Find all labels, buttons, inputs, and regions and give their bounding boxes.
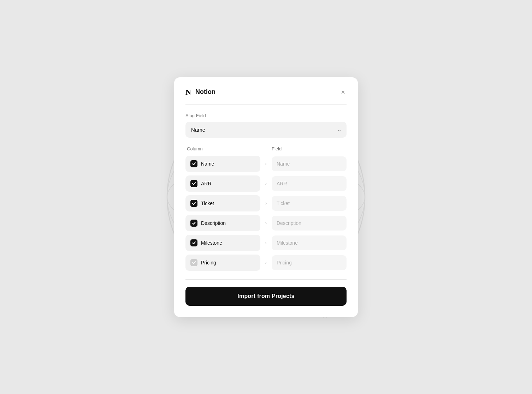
column-cell-text: Name — [201, 161, 214, 167]
field-cell[interactable]: Description — [272, 216, 347, 231]
column-cell[interactable]: ARR — [185, 175, 260, 192]
column-cell[interactable]: Ticket — [185, 195, 260, 211]
mapping-row: ARR › ARR — [185, 175, 347, 192]
column-cell-text: Milestone — [201, 240, 222, 246]
header-divider — [185, 104, 347, 105]
import-button[interactable]: Import from Projects — [185, 287, 347, 306]
field-cell[interactable]: Name — [272, 156, 347, 171]
field-cell-text: Pricing — [277, 260, 292, 265]
column-cell[interactable]: Name — [185, 156, 260, 172]
mapping-row: Ticket › Ticket — [185, 195, 347, 211]
field-cell-text: Description — [277, 220, 301, 226]
field-cell[interactable]: Pricing — [272, 255, 347, 270]
arrow-icon: › — [260, 220, 272, 226]
field-cell[interactable]: Ticket — [272, 196, 347, 211]
checkbox-icon[interactable] — [190, 200, 197, 207]
slug-field-label: Slug Field — [185, 113, 347, 118]
footer-divider — [185, 279, 347, 280]
slug-field-select-wrapper: Name ARR Ticket Description Milestone Pr… — [185, 122, 347, 138]
slug-field-select[interactable]: Name ARR Ticket Description Milestone Pr… — [185, 122, 347, 138]
column-cell-text: Ticket — [201, 201, 214, 206]
column-cell[interactable]: Pricing — [185, 255, 260, 271]
checkbox-icon[interactable] — [190, 160, 197, 167]
column-cell-text: Description — [201, 220, 226, 226]
field-header: Field — [272, 146, 345, 151]
mapping-row: Name › Name — [185, 156, 347, 172]
column-cell[interactable]: Description — [185, 215, 260, 231]
notion-import-modal: N Notion × Slug Field Name ARR Ticket De… — [174, 77, 358, 317]
modal-title: Notion — [195, 88, 215, 96]
modal-title-group: N Notion — [185, 88, 215, 97]
arrow-icon: › — [260, 181, 272, 186]
checkbox-icon[interactable] — [190, 259, 197, 266]
arrow-icon: › — [260, 240, 272, 245]
field-cell-text: ARR — [277, 181, 287, 186]
column-cell-text: Pricing — [201, 260, 216, 265]
field-cell[interactable]: Milestone — [272, 235, 347, 250]
arrow-icon: › — [260, 260, 272, 265]
arrow-icon: › — [260, 161, 272, 166]
column-header: Column — [187, 146, 260, 151]
arrow-icon: › — [260, 201, 272, 206]
arrow-spacer-header — [260, 146, 272, 151]
notion-logo-icon: N — [185, 88, 191, 97]
column-cell[interactable]: Milestone — [185, 235, 260, 251]
mapping-row: Pricing › Pricing — [185, 255, 347, 271]
mapping-headers: Column Field — [185, 146, 347, 151]
field-cell[interactable]: ARR — [272, 176, 347, 191]
checkbox-icon[interactable] — [190, 220, 197, 227]
field-cell-text: Milestone — [277, 240, 298, 246]
mapping-rows: Name › Name ARR › ARR — [185, 156, 347, 271]
field-cell-text: Ticket — [277, 201, 290, 206]
column-cell-text: ARR — [201, 181, 212, 186]
checkbox-icon[interactable] — [190, 180, 197, 187]
close-button[interactable]: × — [339, 87, 347, 97]
checkbox-icon[interactable] — [190, 239, 197, 246]
field-cell-text: Name — [277, 161, 290, 167]
mapping-row: Milestone › Milestone — [185, 235, 347, 251]
mapping-row: Description › Description — [185, 215, 347, 231]
modal-header: N Notion × — [185, 87, 347, 97]
